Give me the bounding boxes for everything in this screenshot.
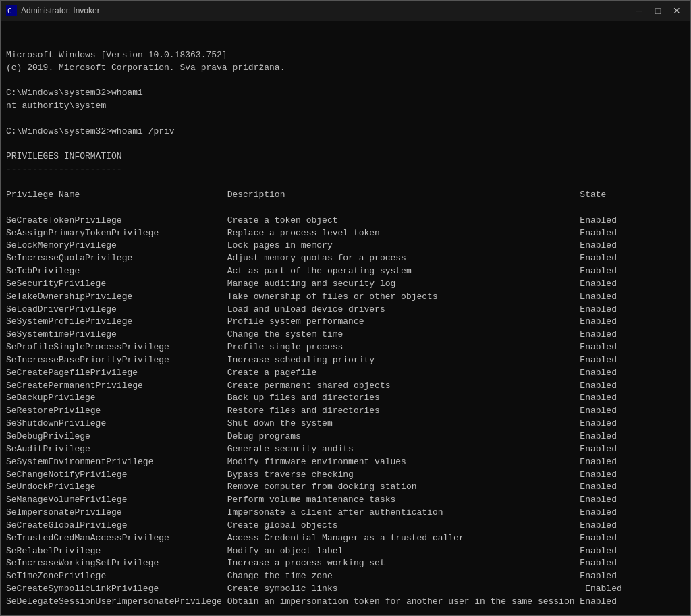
close-button[interactable]: ✕ [669,4,685,18]
cmd-icon: C [6,5,17,16]
terminal-content: Microsoft Windows [Version 10.0.18363.75… [6,49,685,615]
svg-text:C: C [7,7,11,15]
window: C Administrator: Invoker ─ □ ✕ Microsoft… [0,0,691,616]
restore-button[interactable]: □ [650,4,666,18]
title-bar-left: C Administrator: Invoker [6,5,100,16]
minimize-button[interactable]: ─ [631,4,647,18]
window-title: Administrator: Invoker [21,6,100,16]
title-bar-controls: ─ □ ✕ [631,4,685,18]
title-bar: C Administrator: Invoker ─ □ ✕ [1,1,690,21]
terminal[interactable]: Microsoft Windows [Version 10.0.18363.75… [1,21,690,615]
